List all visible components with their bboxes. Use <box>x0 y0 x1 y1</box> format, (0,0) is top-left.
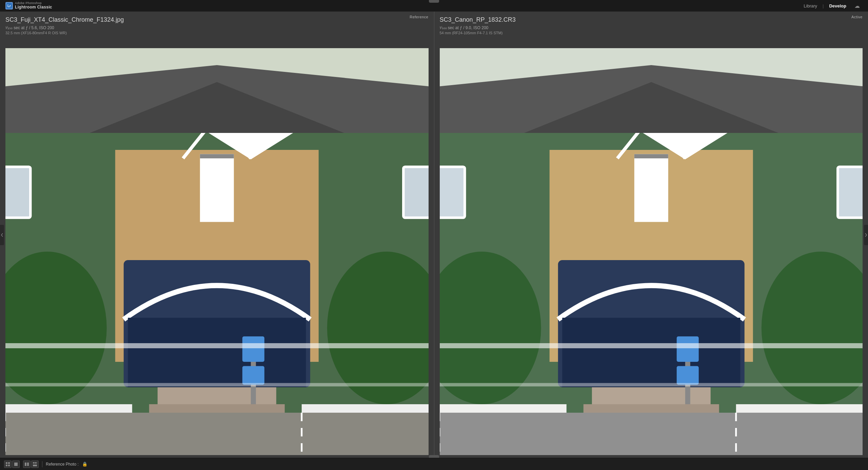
svg-rect-106 <box>6 465 7 466</box>
app-name-bottom: Lightroom Classic <box>15 5 52 9</box>
reference-filename: SC3_Fuji_XT4_Classic_Chrome_F1324.jpg <box>5 16 429 23</box>
svg-rect-105 <box>8 462 10 464</box>
svg-rect-108 <box>14 463 18 466</box>
bottom-toolbar: Reference Photo : 🔒 <box>0 458 868 470</box>
svg-rect-103 <box>440 383 863 387</box>
nav-library[interactable]: Library <box>800 2 821 10</box>
grid-view-button[interactable] <box>4 461 12 468</box>
left-chevron-icon <box>1 233 3 237</box>
reference-photo-frame[interactable] <box>5 48 429 455</box>
compare-mode-group <box>23 461 39 468</box>
photos-container: Reference SC3_Fuji_XT4_Classic_Chrome_F1… <box>0 12 868 458</box>
svg-rect-102 <box>440 343 863 348</box>
bottom-drag-handle[interactable] <box>429 455 439 458</box>
svg-rect-67 <box>440 167 465 218</box>
svg-rect-16 <box>5 167 31 218</box>
active-filename: SC3_Canon_RP_1832.CR3 <box>440 16 863 23</box>
svg-rect-109 <box>25 463 26 466</box>
svg-rect-114 <box>33 465 37 466</box>
svg-rect-9 <box>200 154 234 222</box>
active-photo-svg <box>440 48 863 455</box>
svg-rect-104 <box>6 462 7 464</box>
nav-separator: | <box>823 3 824 8</box>
reference-photo-svg <box>5 48 429 455</box>
svg-rect-49 <box>242 336 264 362</box>
svg-rect-33 <box>158 387 276 404</box>
right-panel-toggle[interactable] <box>864 225 868 245</box>
right-chevron-icon <box>865 233 867 237</box>
main-content: Reference SC3_Fuji_XT4_Classic_Chrome_F1… <box>0 12 868 458</box>
active-photo-frame[interactable] <box>440 48 863 455</box>
reference-badge: Reference <box>410 15 428 19</box>
app-logo: Lr Adobe Photoshop Lightroom Classic <box>5 2 52 9</box>
svg-rect-50 <box>242 366 264 385</box>
svg-rect-100 <box>676 336 698 362</box>
left-panel-toggle[interactable] <box>0 225 4 245</box>
compare-button[interactable] <box>23 461 31 468</box>
svg-rect-52 <box>5 383 429 387</box>
top-drag-handle[interactable] <box>429 0 439 3</box>
svg-rect-101 <box>676 366 698 385</box>
svg-rect-89 <box>440 413 863 455</box>
loupe-view-button[interactable] <box>12 461 20 468</box>
svg-rect-14 <box>128 318 306 387</box>
svg-rect-65 <box>562 318 740 387</box>
active-badge: Active <box>851 15 863 19</box>
svg-rect-111 <box>33 462 34 464</box>
app-name-block: Adobe Photoshop Lightroom Classic <box>15 2 52 9</box>
svg-rect-107 <box>8 465 10 466</box>
toolbar-separator-1 <box>42 461 42 467</box>
svg-rect-110 <box>27 463 29 466</box>
active-meta2: 54 mm (RF24-105mm F4-7.1 IS STM) <box>440 31 863 35</box>
reference-photo-label: Reference Photo : <box>46 462 79 467</box>
svg-rect-84 <box>592 387 710 404</box>
svg-rect-60 <box>634 154 668 222</box>
nav-right: Library | Develop ☁ <box>800 1 863 11</box>
active-panel: Active SC3_Canon_RP_1832.CR3 ¹⁄₅₀₀ sec a… <box>434 12 868 458</box>
lock-icon[interactable]: 🔒 <box>82 462 87 467</box>
view-mode-group <box>4 461 20 468</box>
svg-rect-61 <box>634 154 668 159</box>
svg-rect-38 <box>5 413 429 455</box>
svg-text:Lr: Lr <box>7 4 11 8</box>
svg-rect-113 <box>36 462 37 464</box>
svg-rect-17 <box>403 167 429 218</box>
svg-rect-68 <box>837 167 863 218</box>
nav-develop[interactable]: Develop <box>825 2 850 10</box>
reference-meta2: 32.5 mm (XF16-80mmF4 R OIS WR) <box>5 31 429 35</box>
cloud-icon[interactable]: ☁ <box>852 1 863 11</box>
survey-button[interactable] <box>31 461 39 468</box>
active-meta1: ¹⁄₅₀₀ sec at ƒ / 9.0, ISO 200 <box>440 25 863 31</box>
reference-panel-header: Reference SC3_Fuji_XT4_Classic_Chrome_F1… <box>5 15 429 45</box>
reference-panel: Reference SC3_Fuji_XT4_Classic_Chrome_F1… <box>0 12 434 458</box>
logo-icon: Lr <box>5 2 13 9</box>
svg-rect-51 <box>5 343 429 348</box>
svg-rect-112 <box>35 462 36 464</box>
reference-meta1: ¹⁄₁₅₀ sec at ƒ / 5.6, ISO 200 <box>5 25 429 31</box>
svg-rect-10 <box>200 154 234 159</box>
active-panel-header: Active SC3_Canon_RP_1832.CR3 ¹⁄₅₀₀ sec a… <box>440 15 863 45</box>
